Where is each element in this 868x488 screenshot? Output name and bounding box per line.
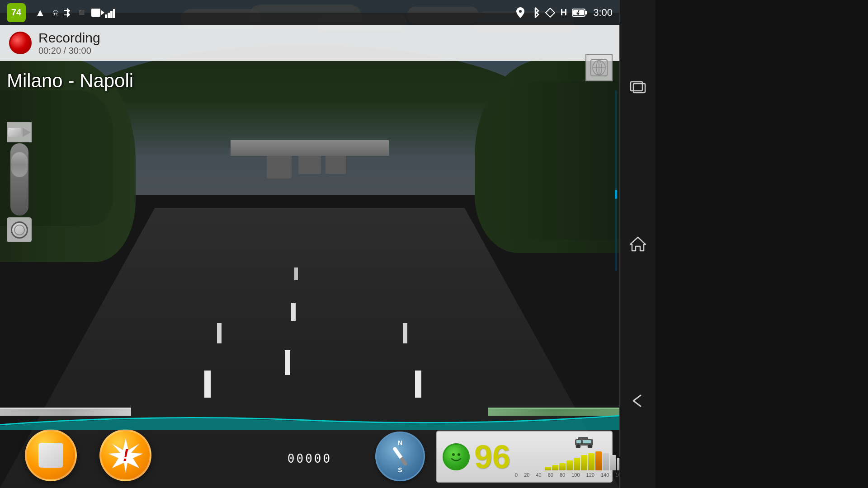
speed-bar-0 bbox=[545, 467, 551, 470]
speed-bar-7 bbox=[595, 451, 602, 470]
svg-rect-2 bbox=[105, 14, 107, 18]
lane-mark-l2 bbox=[217, 323, 222, 343]
scale-140: 140 bbox=[601, 472, 609, 478]
status-bar-right: H 3:00 bbox=[515, 7, 613, 19]
svg-marker-1 bbox=[101, 10, 104, 15]
diamond-icon bbox=[545, 8, 555, 18]
scroll-indicator bbox=[615, 190, 617, 199]
svg-marker-7 bbox=[546, 8, 555, 17]
svg-text:!: ! bbox=[123, 446, 128, 465]
compass-south-label: S bbox=[398, 466, 402, 474]
event-button[interactable]: ! bbox=[99, 429, 151, 481]
status-bar: 74 ▲ ⍾ ◾ bbox=[0, 0, 619, 25]
svg-rect-4 bbox=[110, 11, 113, 18]
bridge bbox=[231, 140, 389, 156]
signal-bars-icon bbox=[105, 7, 118, 18]
svg-point-25 bbox=[588, 444, 592, 448]
svg-rect-9 bbox=[585, 11, 587, 14]
navigation-icon: ▲ bbox=[35, 6, 46, 19]
video-triangle bbox=[23, 128, 31, 137]
speed-bar-2 bbox=[559, 463, 566, 470]
recording-info: Recording 00:20 / 30:00 bbox=[38, 30, 100, 56]
svg-rect-0 bbox=[91, 9, 100, 17]
scale-40: 40 bbox=[536, 472, 541, 478]
video-toggle-button[interactable] bbox=[7, 122, 32, 142]
video-icon-visual bbox=[8, 128, 31, 137]
speed-bar-9 bbox=[610, 455, 616, 470]
android-nav-panel bbox=[619, 0, 656, 488]
needle-north bbox=[392, 446, 403, 459]
speed-bar-8 bbox=[603, 453, 609, 470]
back-icon bbox=[629, 394, 647, 408]
lane-mark bbox=[294, 267, 298, 280]
speed-bar-5 bbox=[581, 455, 587, 470]
route-label: Milano - Napoli bbox=[7, 70, 133, 92]
compass-needle bbox=[392, 446, 408, 466]
recent-apps-button[interactable] bbox=[625, 76, 650, 99]
video-icon bbox=[91, 8, 105, 18]
bluetooth-icon-right bbox=[531, 7, 540, 19]
svg-rect-26 bbox=[576, 440, 581, 443]
map-icon bbox=[590, 59, 608, 77]
left-controls bbox=[7, 122, 32, 242]
gallery-icon: ◾ bbox=[75, 7, 88, 19]
lane-mark-r2 bbox=[403, 323, 407, 343]
svg-rect-27 bbox=[583, 440, 591, 443]
time-display: 3:00 bbox=[593, 7, 613, 19]
speed-bar-chart bbox=[545, 450, 619, 470]
svg-point-21 bbox=[458, 453, 460, 456]
bottom-curve-svg bbox=[0, 412, 619, 430]
svg-point-6 bbox=[519, 10, 522, 13]
scale-20: 20 bbox=[524, 472, 529, 478]
smiley-face-icon bbox=[447, 448, 465, 466]
car-icon bbox=[573, 436, 595, 448]
speed-chart-panel: 0 20 40 60 80 100 120 140 160 180 200 bbox=[515, 436, 619, 478]
lane-mark-l bbox=[204, 371, 211, 398]
lane-mark bbox=[291, 303, 296, 321]
zoom-slider[interactable] bbox=[10, 143, 28, 216]
scroll-bar[interactable] bbox=[615, 90, 617, 271]
odometer-display: 00000 bbox=[288, 452, 332, 465]
home-icon bbox=[629, 235, 646, 253]
speed-bar-10 bbox=[617, 458, 619, 470]
record-indicator bbox=[9, 32, 32, 54]
scale-80: 80 bbox=[560, 472, 565, 478]
speed-scale: 0 20 40 60 80 100 120 140 160 180 200 bbox=[515, 472, 619, 478]
speed-panel: 96 bbox=[436, 431, 613, 483]
scale-120: 120 bbox=[586, 472, 594, 478]
svg-point-20 bbox=[452, 453, 455, 456]
speed-bar-1 bbox=[552, 465, 558, 470]
map-button[interactable] bbox=[585, 54, 613, 81]
speed-bar-6 bbox=[588, 453, 594, 470]
notification-badge: 74 bbox=[7, 3, 26, 22]
svg-marker-30 bbox=[630, 237, 646, 251]
zoom-handle[interactable] bbox=[11, 152, 28, 177]
bluetooth-icon: ⍾ bbox=[53, 7, 58, 18]
photo-button[interactable] bbox=[7, 217, 32, 242]
compass-inner: N S bbox=[382, 438, 418, 474]
home-button[interactable] bbox=[625, 233, 650, 255]
video-rect bbox=[8, 128, 21, 137]
location-icon bbox=[515, 7, 525, 19]
camera-view: 74 ▲ ⍾ ◾ bbox=[0, 0, 619, 488]
recent-apps-icon bbox=[629, 80, 647, 94]
compass: N S bbox=[375, 432, 425, 481]
lane-mark-r bbox=[415, 371, 421, 398]
camera-lens-icon bbox=[11, 221, 28, 239]
bluetooth-icon-svg bbox=[62, 7, 72, 19]
needle-south bbox=[400, 457, 408, 466]
scale-160: 160 bbox=[615, 472, 619, 478]
speed-display: 96 bbox=[474, 441, 510, 473]
speed-bar-4 bbox=[574, 458, 580, 470]
stop-button[interactable] bbox=[25, 429, 77, 481]
lane-mark bbox=[285, 350, 290, 375]
stop-icon bbox=[38, 443, 63, 468]
battery-icon bbox=[572, 8, 588, 17]
back-button[interactable] bbox=[625, 389, 650, 412]
scale-60: 60 bbox=[548, 472, 553, 478]
mood-indicator bbox=[443, 443, 470, 470]
svg-point-24 bbox=[576, 444, 580, 448]
recording-bar: Recording 00:20 / 30:00 bbox=[0, 25, 619, 61]
h-signal-icon: H bbox=[561, 7, 567, 18]
svg-rect-5 bbox=[113, 9, 115, 18]
